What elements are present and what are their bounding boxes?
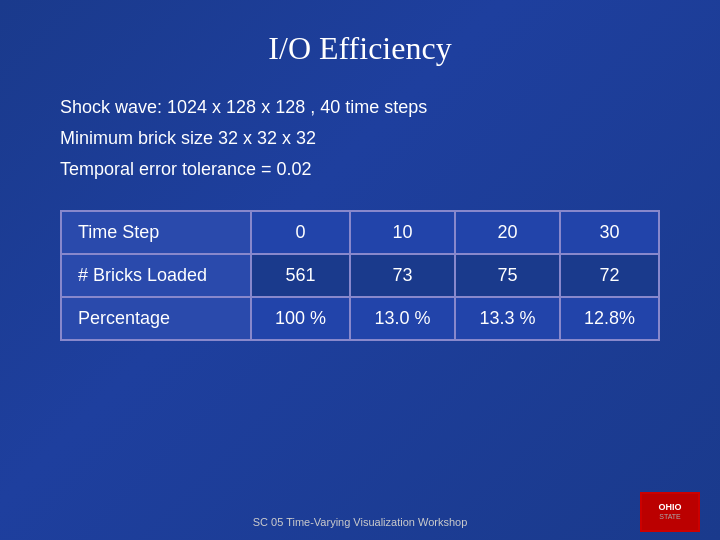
data-table-wrapper: Time Step 0 10 20 30 # Bricks Loaded 561… (60, 210, 660, 341)
col-header-0: 0 (251, 211, 350, 254)
row-bricks-30: 72 (560, 254, 659, 297)
col-header-20: 20 (455, 211, 560, 254)
logo-inner: OHIO STATE (658, 503, 681, 521)
info-line-3: Temporal error tolerance = 0.02 (60, 159, 660, 180)
row-pct-10: 13.0 % (350, 297, 455, 340)
table-row-bricks: # Bricks Loaded 561 73 75 72 (61, 254, 659, 297)
data-table: Time Step 0 10 20 30 # Bricks Loaded 561… (60, 210, 660, 341)
col-header-30: 30 (560, 211, 659, 254)
row-pct-30: 12.8% (560, 297, 659, 340)
row-bricks-20: 75 (455, 254, 560, 297)
ohio-state-logo: OHIO STATE (640, 492, 700, 532)
row-bricks-0: 561 (251, 254, 350, 297)
col-header-label: Time Step (61, 211, 251, 254)
slide-title: I/O Efficiency (50, 30, 670, 67)
info-line-2: Minimum brick size 32 x 32 x 32 (60, 128, 660, 149)
logo-state: STATE (659, 513, 681, 521)
col-header-10: 10 (350, 211, 455, 254)
footer-text: SC 05 Time-Varying Visualization Worksho… (253, 516, 468, 528)
row-pct-0: 100 % (251, 297, 350, 340)
row-pct-label: Percentage (61, 297, 251, 340)
table-row-percentage: Percentage 100 % 13.0 % 13.3 % 12.8% (61, 297, 659, 340)
table-row-header: Time Step 0 10 20 30 (61, 211, 659, 254)
slide-container: I/O Efficiency Shock wave: 1024 x 128 x … (0, 0, 720, 540)
content-area: Shock wave: 1024 x 128 x 128 , 40 time s… (50, 97, 670, 341)
info-line-1: Shock wave: 1024 x 128 x 128 , 40 time s… (60, 97, 660, 118)
row-pct-20: 13.3 % (455, 297, 560, 340)
logo-ohio: OHIO (658, 503, 681, 513)
row-bricks-label: # Bricks Loaded (61, 254, 251, 297)
row-bricks-10: 73 (350, 254, 455, 297)
